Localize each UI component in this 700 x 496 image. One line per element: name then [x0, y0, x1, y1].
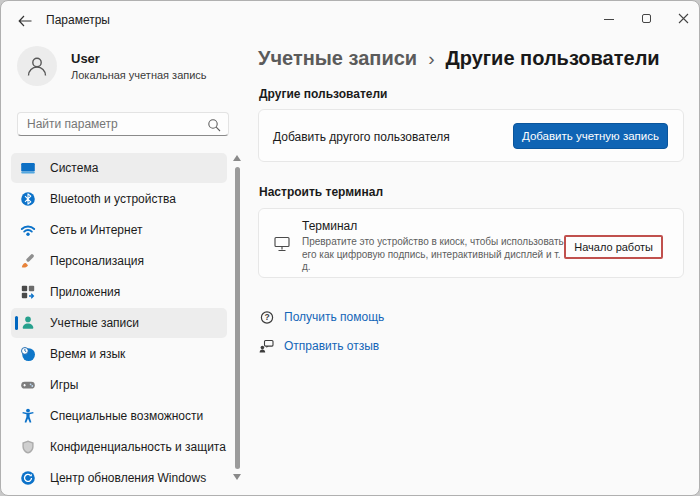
person-icon [25, 54, 49, 78]
account-type: Локальная учетная запись [71, 69, 207, 81]
bluetooth-icon [20, 191, 36, 207]
section-kiosk-label: Настроить терминал [259, 185, 383, 199]
sidebar-item-windows-update[interactable]: Центр обновления Windows [11, 463, 227, 493]
sidebar-item-privacy[interactable]: Конфиденциальность и защита [11, 432, 227, 462]
user-avatar [17, 46, 57, 86]
get-help-link[interactable]: ? Получить помощь [259, 309, 384, 325]
network-icon [20, 222, 36, 238]
search-icon [207, 118, 221, 132]
section-other-users-label: Другие пользователи [259, 87, 388, 101]
windows-update-icon [20, 470, 36, 486]
personalization-icon [20, 253, 36, 269]
settings-window: Параметры User Локальная учетная запись … [0, 0, 700, 496]
breadcrumb-separator: › [428, 48, 434, 70]
add-user-card: Добавить другого пользователя Добавить у… [258, 109, 684, 162]
kiosk-description: Превратите это устройство в киоск, чтобы… [302, 236, 570, 274]
maximize-button[interactable] [631, 5, 661, 31]
breadcrumb: Учетные записи › Другие пользователи [258, 47, 660, 70]
kiosk-icon [272, 234, 292, 254]
breadcrumb-parent[interactable]: Учетные записи [258, 47, 417, 70]
sidebar-nav: Система Bluetooth и устройства Сеть и Ин… [11, 153, 227, 494]
sidebar-scrollbar-thumb[interactable] [235, 167, 240, 469]
user-name: User [71, 51, 100, 66]
kiosk-title: Терминал [302, 219, 570, 233]
accounts-icon [20, 315, 36, 331]
privacy-icon [20, 439, 36, 455]
close-icon [678, 13, 689, 24]
add-user-label: Добавить другого пользователя [273, 130, 450, 144]
feedback-icon [259, 338, 275, 354]
send-feedback-link[interactable]: Отправить отзыв [259, 338, 379, 354]
sidebar-item-accounts[interactable]: Учетные записи [11, 308, 227, 338]
search-box[interactable] [17, 112, 229, 136]
page-title: Другие пользователи [445, 47, 659, 70]
kiosk-card: Терминал Превратите это устройство в кио… [258, 208, 684, 278]
sidebar-item-apps[interactable]: Приложения [11, 277, 227, 307]
sidebar-scroll-down[interactable] [233, 474, 241, 480]
close-button[interactable] [668, 5, 698, 31]
sidebar-item-bluetooth[interactable]: Bluetooth и устройства [11, 184, 227, 214]
window-title: Параметры [46, 13, 110, 27]
sidebar-item-network[interactable]: Сеть и Интернет [11, 215, 227, 245]
svg-text:?: ? [264, 312, 269, 322]
minimize-button[interactable] [594, 5, 624, 31]
gaming-icon [20, 377, 36, 393]
sidebar-item-time-language[interactable]: Время и язык [11, 339, 227, 369]
get-started-button[interactable]: Начало работы [564, 235, 663, 259]
sidebar-item-accessibility[interactable]: Специальные возможности [11, 401, 227, 431]
get-help-label: Получить помощь [284, 310, 384, 324]
search-input[interactable] [27, 113, 207, 135]
accessibility-icon [20, 408, 36, 424]
maximize-icon [642, 14, 651, 23]
sidebar-item-gaming[interactable]: Игры [11, 370, 227, 400]
time-language-icon [20, 346, 36, 362]
add-account-button[interactable]: Добавить учетную запись [513, 123, 668, 149]
back-arrow-icon [18, 15, 32, 27]
apps-icon [20, 284, 36, 300]
back-button[interactable] [13, 10, 37, 32]
help-icon: ? [259, 309, 275, 325]
sidebar-item-system[interactable]: Система [11, 153, 227, 183]
sidebar-scroll-up[interactable] [233, 155, 241, 161]
sidebar-item-personalization[interactable]: Персонализация [11, 246, 227, 276]
system-icon [20, 160, 36, 176]
send-feedback-label: Отправить отзыв [284, 339, 379, 353]
minimize-icon [604, 19, 614, 20]
